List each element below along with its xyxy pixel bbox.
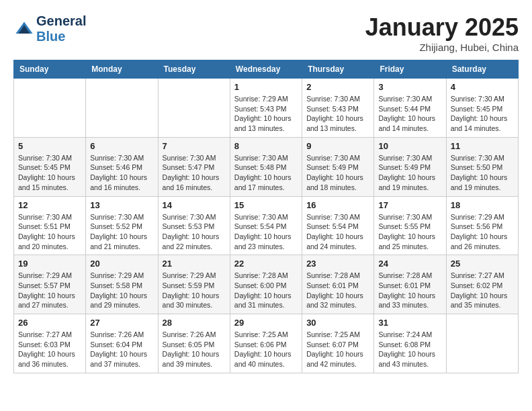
day-number: 30 (306, 318, 369, 328)
calendar-cell: 3Sunrise: 7:30 AMSunset: 5:44 PMDaylight… (374, 79, 446, 138)
day-number: 2 (306, 82, 369, 92)
day-info: Sunrise: 7:30 AMSunset: 5:55 PMDaylight:… (378, 212, 441, 252)
day-info: Sunrise: 7:29 AMSunset: 5:57 PMDaylight:… (18, 271, 81, 310)
day-info: Sunrise: 7:27 AMSunset: 6:03 PMDaylight:… (18, 330, 81, 369)
calendar-cell: 24Sunrise: 7:28 AMSunset: 6:01 PMDayligh… (374, 255, 446, 314)
calendar-header-row: SundayMondayTuesdayWednesdayThursdayFrid… (14, 60, 519, 79)
day-number: 7 (163, 141, 226, 151)
calendar-cell: 23Sunrise: 7:28 AMSunset: 6:01 PMDayligh… (302, 255, 374, 314)
day-info: Sunrise: 7:30 AMSunset: 5:52 PMDaylight:… (90, 212, 153, 252)
calendar-week-row: 12Sunrise: 7:30 AMSunset: 5:51 PMDayligh… (14, 196, 519, 255)
calendar-cell (446, 314, 518, 373)
calendar-cell: 17Sunrise: 7:30 AMSunset: 5:55 PMDayligh… (374, 196, 446, 255)
calendar-cell: 20Sunrise: 7:29 AMSunset: 5:58 PMDayligh… (86, 255, 158, 314)
calendar-cell: 26Sunrise: 7:27 AMSunset: 6:03 PMDayligh… (14, 314, 86, 373)
day-number: 21 (163, 259, 226, 269)
day-number: 20 (90, 259, 153, 269)
day-number: 17 (378, 200, 441, 210)
day-number: 22 (234, 259, 298, 269)
weekday-header-wednesday: Wednesday (230, 60, 302, 79)
day-info: Sunrise: 7:30 AMSunset: 5:44 PMDaylight:… (378, 94, 441, 134)
calendar-cell: 6Sunrise: 7:30 AMSunset: 5:46 PMDaylight… (86, 137, 158, 196)
calendar-cell: 28Sunrise: 7:26 AMSunset: 6:05 PMDayligh… (158, 314, 230, 373)
day-info: Sunrise: 7:30 AMSunset: 5:50 PMDaylight:… (451, 153, 514, 193)
day-info: Sunrise: 7:30 AMSunset: 5:51 PMDaylight:… (18, 212, 81, 252)
weekday-header-tuesday: Tuesday (158, 60, 230, 79)
calendar-week-row: 19Sunrise: 7:29 AMSunset: 5:57 PMDayligh… (14, 255, 519, 314)
logo-text-blue: Blue (36, 29, 86, 44)
day-info: Sunrise: 7:29 AMSunset: 5:56 PMDaylight:… (451, 212, 514, 252)
calendar-cell: 21Sunrise: 7:29 AMSunset: 5:59 PMDayligh… (158, 255, 230, 314)
logo: General Blue (13, 13, 86, 44)
calendar-cell: 7Sunrise: 7:30 AMSunset: 5:47 PMDaylight… (158, 137, 230, 196)
day-info: Sunrise: 7:29 AMSunset: 5:59 PMDaylight:… (163, 271, 226, 310)
day-info: Sunrise: 7:30 AMSunset: 5:45 PMDaylight:… (18, 153, 81, 193)
logo-icon (15, 19, 34, 38)
calendar-week-row: 5Sunrise: 7:30 AMSunset: 5:45 PMDaylight… (14, 137, 519, 196)
page-header: General Blue January 2025 Zhijiang, Hube… (13, 13, 519, 53)
calendar-table: SundayMondayTuesdayWednesdayThursdayFrid… (13, 60, 519, 373)
weekday-header-monday: Monday (86, 60, 158, 79)
day-number: 19 (18, 259, 81, 269)
day-info: Sunrise: 7:25 AMSunset: 6:07 PMDaylight:… (306, 330, 369, 369)
weekday-header-thursday: Thursday (302, 60, 374, 79)
calendar-cell (86, 79, 158, 138)
day-number: 13 (90, 200, 153, 210)
day-number: 25 (451, 259, 514, 269)
day-info: Sunrise: 7:30 AMSunset: 5:45 PMDaylight:… (451, 94, 514, 134)
day-info: Sunrise: 7:29 AMSunset: 5:43 PMDaylight:… (234, 94, 298, 134)
day-info: Sunrise: 7:26 AMSunset: 6:04 PMDaylight:… (90, 330, 153, 369)
calendar-cell: 30Sunrise: 7:25 AMSunset: 6:07 PMDayligh… (302, 314, 374, 373)
title-block: January 2025 Zhijiang, Hubei, China (365, 13, 519, 53)
calendar-cell: 13Sunrise: 7:30 AMSunset: 5:52 PMDayligh… (86, 196, 158, 255)
calendar-cell: 27Sunrise: 7:26 AMSunset: 6:04 PMDayligh… (86, 314, 158, 373)
day-number: 31 (378, 318, 441, 328)
day-number: 3 (378, 82, 441, 92)
day-number: 29 (234, 318, 298, 328)
calendar-cell: 18Sunrise: 7:29 AMSunset: 5:56 PMDayligh… (446, 196, 518, 255)
day-number: 28 (163, 318, 226, 328)
calendar-cell: 25Sunrise: 7:27 AMSunset: 6:02 PMDayligh… (446, 255, 518, 314)
calendar-cell: 2Sunrise: 7:30 AMSunset: 5:43 PMDaylight… (302, 79, 374, 138)
calendar-cell: 16Sunrise: 7:30 AMSunset: 5:54 PMDayligh… (302, 196, 374, 255)
day-info: Sunrise: 7:28 AMSunset: 6:01 PMDaylight:… (378, 271, 441, 310)
day-number: 12 (18, 200, 81, 210)
day-info: Sunrise: 7:28 AMSunset: 6:01 PMDaylight:… (306, 271, 369, 310)
calendar-cell: 15Sunrise: 7:30 AMSunset: 5:54 PMDayligh… (230, 196, 302, 255)
calendar-cell: 12Sunrise: 7:30 AMSunset: 5:51 PMDayligh… (14, 196, 86, 255)
calendar-cell: 8Sunrise: 7:30 AMSunset: 5:48 PMDaylight… (230, 137, 302, 196)
day-info: Sunrise: 7:27 AMSunset: 6:02 PMDaylight:… (451, 271, 514, 310)
calendar-cell: 31Sunrise: 7:24 AMSunset: 6:08 PMDayligh… (374, 314, 446, 373)
day-info: Sunrise: 7:30 AMSunset: 5:43 PMDaylight:… (306, 94, 369, 134)
day-info: Sunrise: 7:24 AMSunset: 6:08 PMDaylight:… (378, 330, 441, 369)
day-info: Sunrise: 7:30 AMSunset: 5:49 PMDaylight:… (378, 153, 441, 193)
day-number: 24 (378, 259, 441, 269)
calendar-cell: 10Sunrise: 7:30 AMSunset: 5:49 PMDayligh… (374, 137, 446, 196)
calendar-cell: 4Sunrise: 7:30 AMSunset: 5:45 PMDaylight… (446, 79, 518, 138)
calendar-cell: 1Sunrise: 7:29 AMSunset: 5:43 PMDaylight… (230, 79, 302, 138)
day-info: Sunrise: 7:30 AMSunset: 5:47 PMDaylight:… (163, 153, 226, 193)
day-info: Sunrise: 7:29 AMSunset: 5:58 PMDaylight:… (90, 271, 153, 310)
day-number: 9 (306, 141, 369, 151)
logo-text-general: General (36, 13, 86, 29)
day-number: 4 (451, 82, 514, 92)
day-number: 27 (90, 318, 153, 328)
day-info: Sunrise: 7:30 AMSunset: 5:46 PMDaylight:… (90, 153, 153, 193)
weekday-header-friday: Friday (374, 60, 446, 79)
calendar-cell: 5Sunrise: 7:30 AMSunset: 5:45 PMDaylight… (14, 137, 86, 196)
day-number: 18 (451, 200, 514, 210)
calendar-cell: 14Sunrise: 7:30 AMSunset: 5:53 PMDayligh… (158, 196, 230, 255)
weekday-header-sunday: Sunday (14, 60, 86, 79)
month-title: January 2025 (365, 13, 519, 42)
day-number: 8 (234, 141, 298, 151)
day-info: Sunrise: 7:30 AMSunset: 5:54 PMDaylight:… (234, 212, 298, 252)
day-number: 1 (234, 82, 298, 92)
calendar-cell (158, 79, 230, 138)
calendar-cell: 29Sunrise: 7:25 AMSunset: 6:06 PMDayligh… (230, 314, 302, 373)
day-info: Sunrise: 7:30 AMSunset: 5:54 PMDaylight:… (306, 212, 369, 252)
calendar-cell: 9Sunrise: 7:30 AMSunset: 5:49 PMDaylight… (302, 137, 374, 196)
day-number: 5 (18, 141, 81, 151)
day-number: 16 (306, 200, 369, 210)
calendar-cell (14, 79, 86, 138)
calendar-week-row: 26Sunrise: 7:27 AMSunset: 6:03 PMDayligh… (14, 314, 519, 373)
